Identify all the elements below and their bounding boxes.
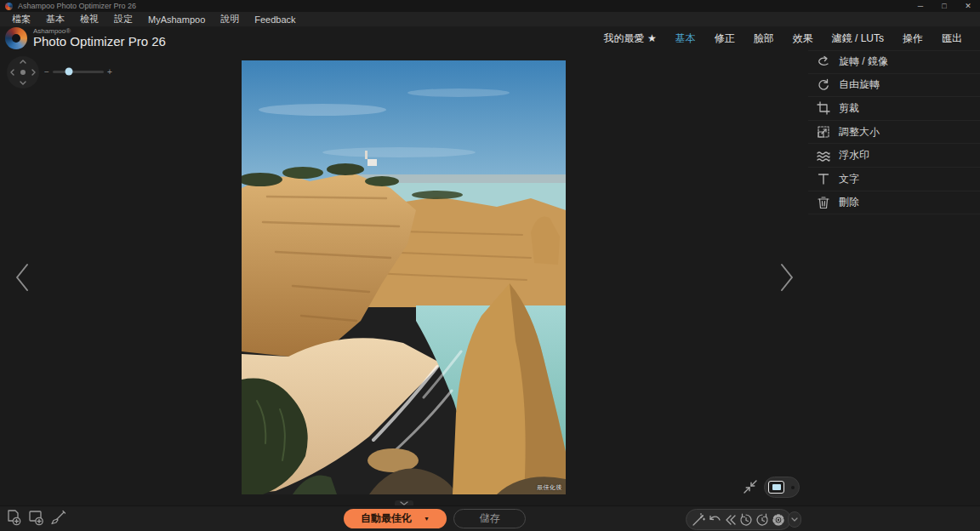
tab-face[interactable]: 臉部 [744,31,783,46]
add-image-button[interactable] [4,509,23,528]
tool-label: 旋轉 / 鏡像 [839,54,888,69]
close-button[interactable]: ✕ [956,0,980,12]
tab-export[interactable]: 匯出 [932,31,971,46]
watermark-icon [817,149,830,163]
trash-icon [817,196,830,209]
restore-history-icon[interactable] [738,512,754,528]
tool-text[interactable]: 文字 [808,168,980,191]
zoom-slider[interactable]: − + [43,65,114,78]
ribbon-tabs: 我的最愛 ★ 基本 修正 臉部 效果 濾鏡 / LUTs 操作 匯出 [595,26,971,50]
optimize-dropdown-caret[interactable]: ▼ [424,516,430,522]
tool-label: 自由旋轉 [839,77,880,92]
tool-label: 刪除 [839,195,859,209]
app-icon [5,3,13,10]
fit-to-window-button[interactable] [742,478,759,495]
tab-correction[interactable]: 修正 [705,31,744,46]
menu-file[interactable]: 檔案 [4,13,38,26]
header: Ashampoo® Photo Optimizer Pro 26 我的最愛 ★ … [0,26,980,50]
menu-help[interactable]: 說明 [213,13,247,26]
tools-sidebar: 旋轉 / 鏡像 自由旋轉 剪裁 調整大小 [808,50,980,214]
menu-view[interactable]: 檢視 [72,13,106,26]
maximize-button[interactable]: □ [932,0,956,12]
rotate-mirror-icon [817,55,830,69]
tool-label: 調整大小 [839,125,880,140]
tab-filters-luts[interactable]: 濾鏡 / LUTs [823,31,893,46]
tab-actions[interactable]: 操作 [893,31,932,46]
magic-wand-icon[interactable] [691,512,706,528]
menu-myashampoo[interactable]: MyAshampoo [140,14,213,25]
photo-state-badge: 最佳化後 [537,483,562,492]
tool-label: 剪裁 [839,101,859,116]
zoom-in-icon[interactable]: + [105,67,114,77]
tool-delete[interactable]: 刪除 [808,191,980,215]
menu-feedback[interactable]: Feedback [247,14,303,25]
brand: Ashampoo® Photo Optimizer Pro 26 [5,27,166,49]
bottom-toolbar: 自動最佳化 ▼ 儲存 [0,505,980,531]
titlebar: Ashampoo Photo Optimizer Pro 26 ─ □ ✕ [0,0,980,12]
history-dropdown-button[interactable] [788,511,801,528]
history-toolbar [686,509,791,530]
zoom-slider-thumb[interactable] [66,68,73,76]
tool-crop[interactable]: 剪裁 [808,97,980,121]
crop-icon [817,101,830,115]
tool-watermark[interactable]: 浮水印 [808,144,980,168]
single-view-icon [768,481,784,494]
minimize-button[interactable]: ─ [909,0,932,12]
tool-resize[interactable]: 調整大小 [808,121,980,145]
menu-basic[interactable]: 基本 [38,13,72,26]
text-icon [817,172,830,186]
app-window: Ashampoo Photo Optimizer Pro 26 ─ □ ✕ 檔案… [0,0,980,531]
save-button[interactable]: 儲存 [453,509,526,528]
ashampoo-logo-icon [5,27,27,49]
tool-label: 浮水印 [839,148,869,163]
zoom-slider-track[interactable] [53,71,104,73]
pan-navigator[interactable] [7,56,39,88]
beach-cliff-photo [242,60,566,494]
compare-view-toggle[interactable] [764,477,800,498]
undo-icon[interactable] [707,512,722,528]
toggle-dot-icon [791,486,795,489]
undo-all-icon[interactable] [723,512,738,528]
tool-rotate-mirror[interactable]: 旋轉 / 鏡像 [808,50,980,74]
window-title: Ashampoo Photo Optimizer Pro 26 [18,2,136,10]
clean-brush-button[interactable] [48,509,67,528]
menu-settings[interactable]: 設定 [106,13,140,26]
redo-history-icon[interactable] [755,512,770,528]
tab-basic[interactable]: 基本 [666,31,705,46]
auto-optimize-button[interactable]: 自動最佳化 ▼ [344,509,447,528]
previous-image-button[interactable] [12,262,32,293]
tab-effects[interactable]: 效果 [783,31,823,46]
settings-gear-icon[interactable] [771,512,786,528]
zoom-out-icon[interactable]: − [43,67,51,77]
tab-favorites[interactable]: 我的最愛 ★ [595,31,666,46]
next-image-button[interactable] [777,262,797,293]
tool-label: 文字 [839,172,859,186]
free-rotate-icon [817,78,830,92]
menubar: 檔案 基本 檢視 設定 MyAshampoo 說明 Feedback [0,12,980,26]
resize-icon [817,125,830,139]
tool-free-rotate[interactable]: 自由旋轉 [808,74,980,98]
photo-canvas[interactable]: 最佳化後 [242,60,566,494]
app-title: Photo Optimizer Pro 26 [33,35,166,49]
add-folder-button[interactable] [26,509,45,528]
